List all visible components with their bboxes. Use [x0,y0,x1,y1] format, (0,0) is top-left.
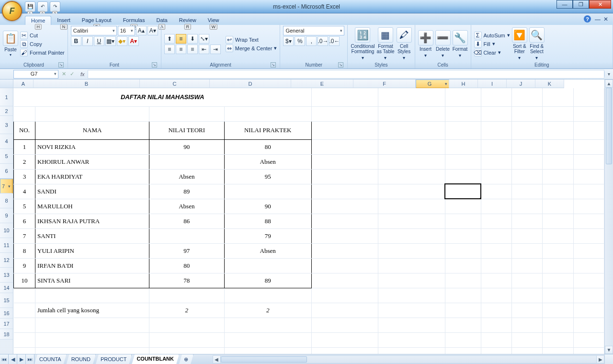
cell[interactable] [378,139,445,154]
cell[interactable] [543,303,573,318]
clipboard-launcher[interactable]: ↘ [58,62,64,68]
cell[interactable] [445,303,481,318]
cell[interactable] [445,154,481,169]
close-button[interactable]: ✕ [589,0,611,9]
row-header-13[interactable]: 13 [0,268,13,283]
cell[interactable] [445,243,481,258]
sheet-tab-counta[interactable]: COUNTA [34,354,67,364]
cell[interactable] [481,139,511,154]
cell[interactable]: NILAI TEORI [149,121,225,139]
row-header-10[interactable]: 10 [0,223,13,238]
cell[interactable] [311,214,378,228]
row-header-8[interactable]: 8 [0,193,13,208]
cell[interactable] [481,154,511,169]
cell[interactable]: SANDI [35,184,149,199]
format-painter-button[interactable]: 🖌Format Painter [20,49,65,57]
cell[interactable] [573,199,604,214]
align-right-button[interactable]: ≡ [187,45,198,54]
cell[interactable] [573,243,604,258]
cell[interactable] [35,106,149,121]
cell[interactable] [311,318,378,332]
cell[interactable] [481,332,511,347]
cell[interactable] [14,318,35,332]
cell[interactable] [445,184,481,199]
expand-formula-bar[interactable]: ▾ [604,71,613,77]
border-button[interactable]: ▦▾ [105,36,116,46]
cell[interactable] [481,199,511,214]
scroll-right-icon[interactable]: ▶ [596,355,604,364]
cell[interactable] [378,273,445,288]
cell[interactable] [149,332,225,347]
cell[interactable] [511,258,542,273]
cell[interactable]: 8 [14,243,35,258]
column-header-J[interactable]: J [507,80,535,88]
cell[interactable] [445,318,481,332]
cell[interactable]: 5 [14,199,35,214]
cell[interactable] [511,88,542,106]
cell[interactable] [378,332,445,347]
paste-button[interactable]: 📋 Paste▾ [3,31,18,57]
cell[interactable] [311,273,378,288]
select-all-corner[interactable] [0,80,13,88]
row-header-4[interactable]: 4 [0,134,13,149]
cell[interactable]: 89 [224,273,311,288]
cell[interactable] [378,243,445,258]
cell[interactable] [14,106,35,121]
cell[interactable] [543,258,573,273]
cell[interactable] [14,303,35,318]
decrease-indent-button[interactable]: ⇤ [199,45,209,54]
cell[interactable] [378,347,445,354]
cell[interactable] [573,121,604,139]
cell[interactable] [543,139,573,154]
cell[interactable]: 80 [149,258,225,273]
cell[interactable]: NAMA [35,121,149,139]
row-header-3[interactable]: 3 [0,116,13,134]
tab-formulas[interactable]: FormulasM [117,16,151,25]
tab-home[interactable]: HomeH [25,16,51,25]
cell[interactable] [511,303,542,318]
cell[interactable]: 2 [224,303,311,318]
row-header-6[interactable]: 6 [0,164,13,179]
cell[interactable]: 9 [14,258,35,273]
row-header-7[interactable]: 7 [0,179,13,193]
row-header-14[interactable]: 14 [0,283,13,293]
cell[interactable] [378,303,445,318]
cell[interactable] [481,106,511,121]
cell[interactable] [311,199,378,214]
cell[interactable] [511,139,542,154]
cell[interactable] [311,106,378,121]
cell[interactable]: 95 [224,169,311,184]
cell-styles-button[interactable]: 🖍Cell Styles▾ [397,27,412,60]
sort-filter-button[interactable]: 🔽Sort & Filter▾ [512,27,527,60]
row-header-1[interactable]: 1 [0,88,13,106]
cell[interactable]: SANTI [35,228,149,243]
cell[interactable] [573,106,604,121]
cell[interactable]: NILAI PRAKTEK [224,121,311,139]
cell[interactable] [543,184,573,199]
cell[interactable] [149,228,225,243]
cell[interactable] [445,332,481,347]
cell[interactable] [445,139,481,154]
cell[interactable] [543,228,573,243]
sheet-tab-countblank[interactable]: COUNTBLANK [132,354,179,364]
cell[interactable] [224,288,311,303]
find-select-button[interactable]: 🔍Find & Select▾ [529,27,545,60]
cell[interactable] [481,214,511,228]
cell[interactable] [511,106,542,121]
cell[interactable] [149,106,225,121]
cell[interactable] [573,288,604,303]
cell[interactable] [224,332,311,347]
cell[interactable] [511,243,542,258]
cell[interactable]: MARULLOH [35,199,149,214]
cell[interactable] [573,303,604,318]
cancel-formula-icon[interactable]: ✕ [62,71,66,77]
cell[interactable]: 79 [224,228,311,243]
align-bottom-button[interactable]: ⬇ [187,34,198,44]
enter-formula-icon[interactable]: ✓ [70,71,74,77]
cell[interactable]: 1 [14,139,35,154]
cell[interactable] [481,303,511,318]
cell[interactable] [224,258,311,273]
tab-insert[interactable]: InsertN [51,16,76,25]
cell[interactable]: 7 [14,228,35,243]
merge-center-button[interactable]: ⇔Merge & Center ▾ [226,45,277,52]
